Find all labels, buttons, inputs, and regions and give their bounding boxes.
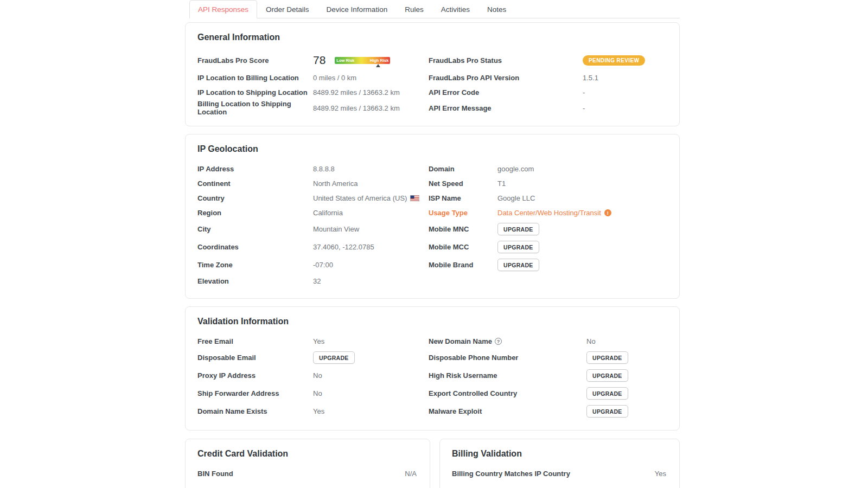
field-label: Continent xyxy=(197,179,313,188)
general-information-card: General Information FraudLabs Pro Score … xyxy=(185,22,680,126)
field-label: IP Location to Shipping Location xyxy=(197,88,313,97)
info-row: Time Zone-07:00Mobile BrandUPGRADE xyxy=(197,256,666,274)
field-label: API Error Message xyxy=(429,104,583,112)
upgrade-button[interactable]: UPGRADE xyxy=(586,405,628,418)
field-label: IP Address xyxy=(197,165,313,173)
field-label: FraudLabs Pro Status xyxy=(429,56,583,65)
field-value: Yes xyxy=(313,407,429,415)
card-title-validation-information: Validation Information xyxy=(197,317,666,326)
info-row: Ship Forwarder AddressNoExport Controlle… xyxy=(197,384,666,402)
info-row: Disposable EmailUPGRADEDisposable Phone … xyxy=(197,349,666,367)
field-value: T1 xyxy=(497,179,666,188)
info-row: Coordinates37.4060, -122.0785Mobile MCCU… xyxy=(197,238,666,256)
field-value: 0 miles / 0 km xyxy=(313,74,429,82)
field-value: - xyxy=(583,104,666,112)
billing-validation-card: Billing Validation Billing Country Match… xyxy=(439,439,680,488)
field-label: Free Email xyxy=(197,337,313,345)
field-value: -07:00 xyxy=(313,261,429,269)
info-row: Domain Name ExistsYesMalware ExploitUPGR… xyxy=(197,402,666,420)
field-value: Mountain View xyxy=(313,225,429,233)
info-row: Proxy IP AddressNoHigh Risk UsernameUPGR… xyxy=(197,367,666,384)
info-row: IP Address8.8.8.8Domaingoogle.com xyxy=(197,162,666,176)
field-label: New Domain Name? xyxy=(429,337,586,345)
field-value: 8.8.8.8 xyxy=(313,165,429,173)
help-icon[interactable]: ? xyxy=(495,338,502,345)
info-row: ContinentNorth AmericaNet SpeedT1 xyxy=(197,176,666,191)
field-label: Mobile MNC xyxy=(429,225,497,233)
field-label: FraudLabs Pro Score xyxy=(197,56,313,65)
validation-information-rows: Free EmailYesNew Domain Name?NoDisposabl… xyxy=(197,334,666,420)
pending-review-badge: PENDING REVIEW xyxy=(583,55,645,66)
general-information-rows: IP Location to Billing Location0 miles /… xyxy=(197,70,666,116)
field-label: Elevation xyxy=(197,277,313,285)
field-label: Proxy IP Address xyxy=(197,371,313,380)
tab-order-details[interactable]: Order Details xyxy=(257,0,318,18)
tab-notes[interactable]: Notes xyxy=(478,0,515,18)
api-response-panel: API ResponsesOrder DetailsDevice Informa… xyxy=(185,0,680,488)
upgrade-button[interactable]: UPGRADE xyxy=(497,223,539,235)
low-risk-label: Low Risk xyxy=(335,57,356,64)
info-row: CityMountain ViewMobile MNCUPGRADE xyxy=(197,220,666,238)
tab-bar: API ResponsesOrder DetailsDevice Informa… xyxy=(189,0,680,18)
risk-gradient-bar: Low Risk High Risk xyxy=(335,57,390,64)
field-value: Data Center/Web Hosting/Transit! xyxy=(497,209,666,217)
field-value: N/A xyxy=(405,470,417,478)
field-label: Ship Forwarder Address xyxy=(197,389,313,397)
field-value: UPGRADE xyxy=(497,259,666,271)
field-value: 37.4060, -122.0785 xyxy=(313,243,429,251)
field-label: Region xyxy=(197,209,313,217)
info-row: Free EmailYesNew Domain Name?No xyxy=(197,334,666,349)
field-label: Billing Country Matches IP Country xyxy=(452,470,570,478)
field-value: United States of America (US) xyxy=(313,194,429,202)
field-label: Malware Exploit xyxy=(429,407,586,415)
card-title-billing-validation: Billing Validation xyxy=(452,449,666,459)
info-row: IP Location to Billing Location0 miles /… xyxy=(197,70,666,85)
status-value: PENDING REVIEW xyxy=(583,55,666,66)
field-value: Yes xyxy=(313,337,429,345)
score-marker-icon xyxy=(376,64,380,67)
field-value: UPGRADE xyxy=(497,241,666,253)
upgrade-button[interactable]: UPGRADE xyxy=(313,351,355,364)
high-risk-label: High Risk xyxy=(368,57,391,64)
credit-card-validation-card: Credit Card Validation BIN Found N/A xyxy=(185,439,430,488)
upgrade-button[interactable]: UPGRADE xyxy=(586,351,628,364)
card-title-ip-geolocation: IP Geolocation xyxy=(197,144,666,154)
ip-geolocation-card: IP Geolocation IP Address8.8.8.8Domaingo… xyxy=(185,134,680,299)
upgrade-button[interactable]: UPGRADE xyxy=(497,241,539,253)
field-value: Google LLC xyxy=(497,194,666,202)
field-label: Disposable Phone Number xyxy=(429,354,586,362)
tab-rules[interactable]: Rules xyxy=(396,0,432,18)
info-row: IP Location to Shipping Location8489.92 … xyxy=(197,85,666,100)
info-row: RegionCaliforniaUsage TypeData Center/We… xyxy=(197,206,666,220)
upgrade-button[interactable]: UPGRADE xyxy=(586,369,628,382)
field-value: UPGRADE xyxy=(586,387,666,400)
field-label: Billing Location to Shipping Location xyxy=(197,100,313,116)
field-label: Usage Type xyxy=(429,209,497,217)
field-value: No xyxy=(586,337,666,345)
tab-device-information[interactable]: Device Information xyxy=(318,0,397,18)
field-label: Domain xyxy=(429,165,497,173)
field-value: 8489.92 miles / 13663.2 km xyxy=(313,104,429,112)
field-value: UPGRADE xyxy=(497,223,666,235)
field-label: Coordinates xyxy=(197,243,313,251)
score-number: 78 xyxy=(313,54,326,67)
tab-api-responses[interactable]: API Responses xyxy=(189,0,257,18)
ip-geolocation-rows: IP Address8.8.8.8Domaingoogle.comContine… xyxy=(197,162,666,288)
upgrade-button[interactable]: UPGRADE xyxy=(497,259,539,271)
info-row: BIN Found N/A xyxy=(197,466,417,481)
field-value: Yes xyxy=(655,470,666,478)
tab-activities[interactable]: Activities xyxy=(432,0,478,18)
alert-icon[interactable]: ! xyxy=(604,209,611,216)
field-label: IP Location to Billing Location xyxy=(197,74,313,82)
field-label: City xyxy=(197,225,313,233)
field-value: google.com xyxy=(497,165,666,173)
info-row: Elevation32 xyxy=(197,274,666,288)
info-row: Billing Country Matches IP Country Yes xyxy=(452,466,666,481)
field-label: Disposable Email xyxy=(197,354,313,362)
score-row: FraudLabs Pro Score 78 Low Risk High Ris… xyxy=(197,50,666,70)
field-label: Time Zone xyxy=(197,261,313,269)
field-value: North America xyxy=(313,179,429,188)
field-label: API Error Code xyxy=(429,88,583,97)
field-label: Mobile Brand xyxy=(429,261,497,269)
upgrade-button[interactable]: UPGRADE xyxy=(586,387,628,400)
